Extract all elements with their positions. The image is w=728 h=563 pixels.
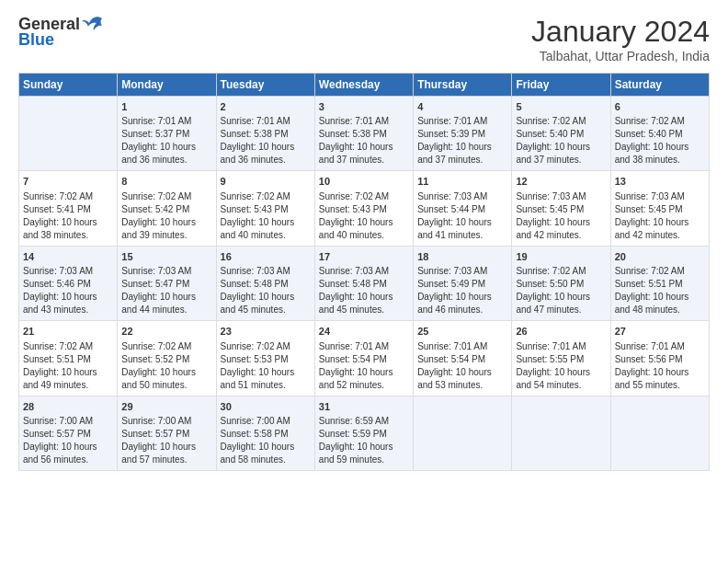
logo: General Blue	[18, 15, 104, 50]
day-number: 30	[221, 400, 311, 414]
cell-w2d5: 19Sunrise: 7:02 AMSunset: 5:50 PMDayligh…	[512, 246, 610, 320]
cell-w4d1: 29Sunrise: 7:00 AMSunset: 5:57 PMDayligh…	[118, 396, 216, 470]
day-number: 26	[516, 325, 606, 339]
header-row: Sunday Monday Tuesday Wednesday Thursday…	[19, 74, 710, 97]
day-number: 31	[319, 400, 409, 414]
day-number: 3	[319, 100, 409, 114]
cell-w0d5: 5Sunrise: 7:02 AMSunset: 5:40 PMDaylight…	[512, 97, 610, 171]
day-info: Sunrise: 7:03 AMSunset: 5:48 PMDaylight:…	[319, 265, 409, 316]
day-info: Sunrise: 7:00 AMSunset: 5:57 PMDaylight:…	[121, 415, 211, 466]
cell-w3d0: 21Sunrise: 7:02 AMSunset: 5:51 PMDayligh…	[19, 321, 118, 396]
day-info: Sunrise: 7:01 AMSunset: 5:56 PMDaylight:…	[615, 340, 705, 392]
day-number: 24	[319, 325, 409, 339]
day-number: 8	[121, 175, 211, 189]
day-info: Sunrise: 7:02 AMSunset: 5:51 PMDaylight:…	[615, 265, 705, 316]
header: General Blue January 2024 Talbahat, Utta…	[18, 15, 710, 63]
day-info: Sunrise: 7:01 AMSunset: 5:54 PMDaylight:…	[319, 340, 409, 392]
day-info: Sunrise: 7:00 AMSunset: 5:58 PMDaylight:…	[221, 415, 311, 466]
col-sunday: Sunday	[19, 74, 118, 97]
cell-w4d4	[414, 396, 512, 470]
cell-w1d3: 10Sunrise: 7:02 AMSunset: 5:43 PMDayligh…	[314, 171, 413, 246]
day-info: Sunrise: 7:02 AMSunset: 5:41 PMDaylight:…	[23, 190, 113, 242]
day-info: Sunrise: 7:02 AMSunset: 5:52 PMDaylight:…	[121, 340, 211, 392]
col-friday: Friday	[512, 74, 610, 97]
day-info: Sunrise: 7:01 AMSunset: 5:39 PMDaylight:…	[417, 115, 507, 167]
week-row-5: 28Sunrise: 7:00 AMSunset: 5:57 PMDayligh…	[19, 396, 710, 470]
cell-w3d2: 23Sunrise: 7:02 AMSunset: 5:53 PMDayligh…	[216, 321, 314, 396]
day-number: 7	[23, 175, 113, 189]
cell-w2d4: 18Sunrise: 7:03 AMSunset: 5:49 PMDayligh…	[414, 246, 512, 320]
cell-w0d0	[19, 97, 118, 171]
col-tuesday: Tuesday	[216, 74, 314, 97]
day-number: 6	[615, 100, 705, 114]
title-block: January 2024 Talbahat, Uttar Pradesh, In…	[531, 15, 710, 63]
col-saturday: Saturday	[610, 74, 709, 97]
day-info: Sunrise: 7:03 AMSunset: 5:49 PMDaylight:…	[417, 265, 507, 316]
day-number: 12	[516, 175, 606, 189]
cell-w1d2: 9Sunrise: 7:02 AMSunset: 5:43 PMDaylight…	[216, 171, 314, 246]
logo-bird-icon	[82, 16, 104, 34]
cell-w0d2: 2Sunrise: 7:01 AMSunset: 5:38 PMDaylight…	[216, 97, 314, 171]
day-info: Sunrise: 7:01 AMSunset: 5:38 PMDaylight:…	[221, 115, 311, 167]
cell-w2d2: 16Sunrise: 7:03 AMSunset: 5:48 PMDayligh…	[216, 246, 314, 320]
cell-w4d2: 30Sunrise: 7:00 AMSunset: 5:58 PMDayligh…	[216, 396, 314, 470]
day-number: 2	[221, 100, 311, 114]
cell-w4d3: 31Sunrise: 6:59 AMSunset: 5:59 PMDayligh…	[314, 396, 413, 470]
cell-w1d6: 13Sunrise: 7:03 AMSunset: 5:45 PMDayligh…	[610, 171, 709, 246]
day-number: 23	[221, 325, 311, 339]
day-info: Sunrise: 7:02 AMSunset: 5:42 PMDaylight:…	[121, 190, 211, 242]
day-number: 9	[221, 175, 311, 189]
col-thursday: Thursday	[414, 74, 512, 97]
cell-w1d1: 8Sunrise: 7:02 AMSunset: 5:42 PMDaylight…	[118, 171, 216, 246]
day-info: Sunrise: 7:02 AMSunset: 5:53 PMDaylight:…	[221, 340, 311, 392]
cell-w3d3: 24Sunrise: 7:01 AMSunset: 5:54 PMDayligh…	[314, 321, 413, 396]
day-info: Sunrise: 7:03 AMSunset: 5:44 PMDaylight:…	[417, 190, 507, 242]
cell-w3d5: 26Sunrise: 7:01 AMSunset: 5:55 PMDayligh…	[512, 321, 610, 396]
col-wednesday: Wednesday	[314, 74, 413, 97]
cell-w3d6: 27Sunrise: 7:01 AMSunset: 5:56 PMDayligh…	[610, 321, 709, 396]
day-number: 28	[23, 400, 113, 414]
cell-w3d4: 25Sunrise: 7:01 AMSunset: 5:54 PMDayligh…	[414, 321, 512, 396]
col-monday: Monday	[118, 74, 216, 97]
logo-blue-text: Blue	[18, 30, 54, 50]
cell-w2d6: 20Sunrise: 7:02 AMSunset: 5:51 PMDayligh…	[610, 246, 709, 320]
week-row-2: 7Sunrise: 7:02 AMSunset: 5:41 PMDaylight…	[19, 171, 710, 246]
day-info: Sunrise: 7:03 AMSunset: 5:48 PMDaylight:…	[221, 265, 311, 316]
day-info: Sunrise: 7:01 AMSunset: 5:54 PMDaylight:…	[417, 340, 507, 392]
day-number: 17	[319, 250, 409, 264]
cell-w1d0: 7Sunrise: 7:02 AMSunset: 5:41 PMDaylight…	[19, 171, 118, 246]
day-number: 20	[615, 250, 705, 264]
cell-w2d1: 15Sunrise: 7:03 AMSunset: 5:47 PMDayligh…	[118, 246, 216, 320]
cell-w1d4: 11Sunrise: 7:03 AMSunset: 5:44 PMDayligh…	[414, 171, 512, 246]
day-number: 25	[417, 325, 507, 339]
calendar-title: January 2024	[531, 15, 710, 49]
day-info: Sunrise: 7:03 AMSunset: 5:45 PMDaylight:…	[615, 190, 705, 242]
day-info: Sunrise: 7:02 AMSunset: 5:43 PMDaylight:…	[319, 190, 409, 242]
cell-w4d5	[512, 396, 610, 470]
day-info: Sunrise: 7:02 AMSunset: 5:40 PMDaylight:…	[615, 115, 705, 167]
day-number: 18	[417, 250, 507, 264]
day-number: 10	[319, 175, 409, 189]
cell-w0d6: 6Sunrise: 7:02 AMSunset: 5:40 PMDaylight…	[610, 97, 709, 171]
day-info: Sunrise: 7:01 AMSunset: 5:37 PMDaylight:…	[121, 115, 211, 167]
day-number: 21	[23, 325, 113, 339]
day-info: Sunrise: 7:02 AMSunset: 5:40 PMDaylight:…	[516, 115, 606, 167]
cell-w1d5: 12Sunrise: 7:03 AMSunset: 5:45 PMDayligh…	[512, 171, 610, 246]
day-number: 13	[615, 175, 705, 189]
day-number: 27	[615, 325, 705, 339]
day-info: Sunrise: 7:01 AMSunset: 5:38 PMDaylight:…	[319, 115, 409, 167]
cell-w4d6	[610, 396, 709, 470]
cell-w2d3: 17Sunrise: 7:03 AMSunset: 5:48 PMDayligh…	[314, 246, 413, 320]
day-number: 11	[417, 175, 507, 189]
day-info: Sunrise: 7:02 AMSunset: 5:50 PMDaylight:…	[516, 265, 606, 316]
calendar-table: Sunday Monday Tuesday Wednesday Thursday…	[18, 73, 710, 471]
day-number: 19	[516, 250, 606, 264]
day-number: 22	[121, 325, 211, 339]
week-row-3: 14Sunrise: 7:03 AMSunset: 5:46 PMDayligh…	[19, 246, 710, 320]
day-number: 5	[516, 100, 606, 114]
cell-w0d3: 3Sunrise: 7:01 AMSunset: 5:38 PMDaylight…	[314, 97, 413, 171]
day-info: Sunrise: 7:01 AMSunset: 5:55 PMDaylight:…	[516, 340, 606, 392]
cell-w2d0: 14Sunrise: 7:03 AMSunset: 5:46 PMDayligh…	[19, 246, 118, 320]
day-number: 4	[417, 100, 507, 114]
day-number: 15	[121, 250, 211, 264]
